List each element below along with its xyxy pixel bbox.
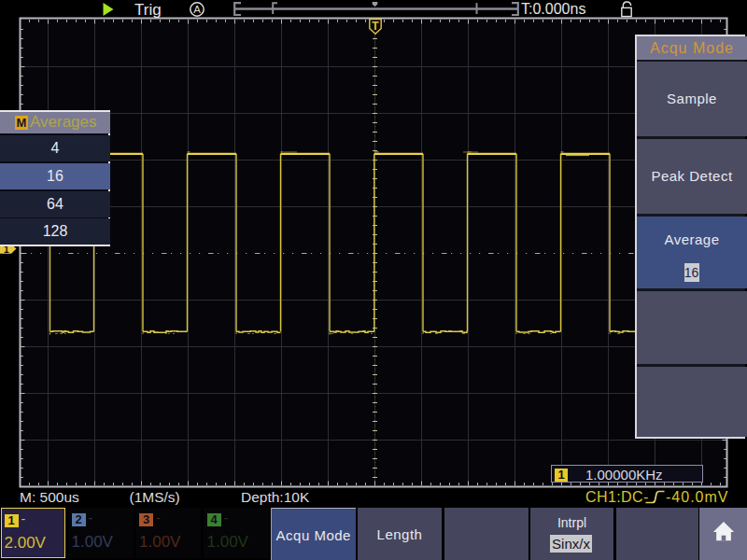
svg-text:T: T bbox=[372, 20, 379, 33]
svg-text:A: A bbox=[193, 4, 201, 15]
